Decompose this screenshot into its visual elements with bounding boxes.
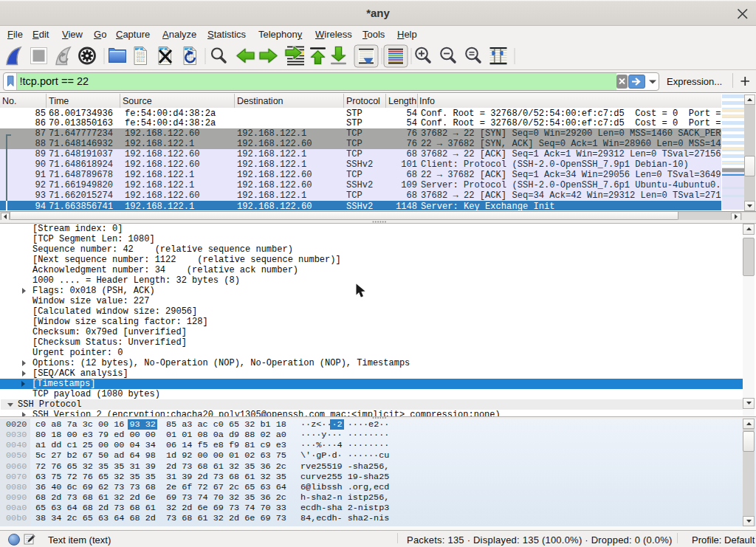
svg-text:0111: 0111	[137, 59, 145, 63]
